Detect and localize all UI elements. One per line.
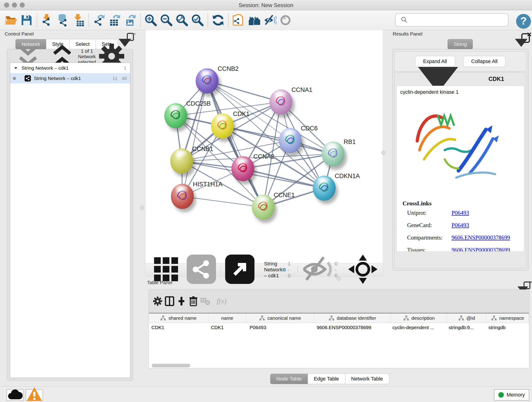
network-label: String Network – cdk1 — [34, 76, 81, 81]
search-box — [395, 13, 508, 27]
open-session-button[interactable] — [4, 13, 18, 27]
network-canvas[interactable]: CCNB2 CCNA1 CDC25B CDK1 CDC6 RB1CCNB1 — [145, 30, 383, 264]
network-node-hist1h1a[interactable] — [171, 184, 194, 209]
network-list: String Network – cdk1 1 String Network –… — [10, 63, 130, 378]
table-panel-close-icon[interactable] — [529, 280, 532, 284]
table-tabs: Node TableEdge TableNetwork Table — [270, 374, 389, 384]
selected-nodes-checkbox-icon[interactable] — [283, 266, 286, 274]
selected-count: 1 - 0 — [288, 261, 292, 279]
network-node-rb1[interactable] — [322, 141, 345, 167]
search-input[interactable] — [406, 15, 508, 25]
table-cell[interactable]: cyclin-dependent ... — [390, 323, 446, 332]
edge-HIST1H1A-CCNE1[interactable] — [182, 196, 263, 207]
cdk1-section-content: cyclin-dependent kinase 1 — [396, 86, 524, 252]
edge-CCNB2-CCNE1[interactable] — [207, 81, 263, 207]
import-network-from-database-button[interactable] — [56, 13, 70, 27]
network-node-ccna1[interactable] — [269, 89, 292, 115]
network-node-ccnb1[interactable] — [170, 148, 193, 174]
control-panel-close-icon[interactable] — [134, 32, 136, 36]
cdk1-section: CDK1 cyclin-dependent kinase 1 — [394, 72, 526, 268]
import-network-from-file-button[interactable] — [41, 13, 54, 27]
toolbar-separator — [208, 13, 208, 27]
column-header-database-identifier[interactable]: database identifier — [314, 313, 391, 323]
column-header-name[interactable]: name — [209, 313, 247, 323]
import-table-from-file-button[interactable] — [72, 13, 85, 27]
network-node-cdk1[interactable] — [211, 114, 234, 139]
column-header-shared-name[interactable]: shared name — [149, 313, 209, 323]
network-node-cdc6[interactable] — [279, 128, 302, 153]
node-label-ccnb1: CCNB1 — [192, 146, 213, 153]
table-row[interactable]: CDK1CDK1P064939606.ENSP00000378699cyclin… — [149, 323, 529, 332]
zoom-fit-button[interactable] — [175, 13, 189, 27]
export-network-button[interactable] — [92, 13, 106, 27]
table-cell[interactable]: CDK1 — [208, 323, 247, 332]
network-node-cdkn1a[interactable] — [313, 176, 336, 201]
hidden-count: 0 - 0 — [335, 261, 339, 279]
network-node-ccna2[interactable] — [231, 156, 254, 181]
show-all-button[interactable] — [279, 13, 292, 27]
network-row[interactable]: String Network – cdk1 11 48 — [10, 73, 130, 83]
table-cell[interactable]: stringdb:9... — [446, 323, 486, 332]
network-tab-body: 1 of 1 Network selected String Network –… — [7, 49, 133, 380]
warnings-button[interactable] — [26, 389, 43, 401]
first-neighbors-button[interactable] — [248, 13, 261, 27]
string-network-icon — [24, 75, 31, 82]
new-network-from-selection-button[interactable] — [232, 13, 245, 27]
table-cell[interactable]: CDK1 — [149, 323, 208, 332]
left-splitter-handle[interactable] — [140, 206, 144, 210]
help-button[interactable]: ? — [515, 13, 532, 31]
save-session-button[interactable] — [20, 13, 33, 27]
column-header-canonical-name[interactable]: canonical name — [246, 313, 314, 323]
column-header-namespace[interactable]: namespace — [486, 313, 529, 323]
network-node-ccne1[interactable] — [252, 195, 275, 220]
node-label-ccna2: CCNA2 — [253, 153, 274, 160]
right-splitter-handle[interactable] — [381, 151, 385, 155]
cdk1-section-header[interactable]: CDK1 — [394, 72, 526, 85]
zoom-out-button[interactable] — [160, 13, 173, 27]
zoom-selected-button[interactable] — [191, 13, 204, 27]
hide-selected-button[interactable] — [263, 13, 277, 27]
add-column-icon[interactable] — [176, 295, 187, 307]
crosslink-link[interactable]: 9606.ENSP00000378699 — [452, 235, 510, 241]
network-node-ccnb2[interactable] — [196, 68, 219, 94]
toolbar-separator — [140, 13, 141, 27]
network-node-cdc25b[interactable] — [164, 103, 187, 128]
tab-network-table[interactable]: Network Table — [345, 374, 389, 384]
crosslink-link[interactable]: P06493 — [452, 222, 469, 229]
delete-column-icon[interactable] — [188, 295, 199, 307]
network-selector-bar: 1 of 1 Network selected — [9, 51, 130, 62]
column-header-description[interactable]: description — [391, 313, 447, 323]
table-cell[interactable]: 9606.ENSP00000378699 — [314, 323, 390, 332]
network-collection-row[interactable]: String Network – cdk1 1 — [10, 63, 130, 73]
status-bar: Memory — [0, 386, 532, 402]
column-header-id[interactable]: @id — [447, 313, 486, 323]
results-panel-close-icon[interactable] — [526, 32, 532, 38]
memory-button[interactable]: Memory — [494, 389, 529, 401]
crosslink-link[interactable]: 9606.ENSP00000378699 — [452, 247, 510, 252]
cloud-button[interactable] — [6, 389, 24, 401]
node-attribute-icon — [329, 315, 335, 321]
tab-node-table[interactable]: Node Table — [270, 374, 308, 384]
refresh-button[interactable] — [211, 13, 225, 27]
zoom-in-button[interactable] — [144, 13, 157, 27]
export-table-button[interactable] — [108, 13, 121, 27]
collection-expand-icon[interactable] — [13, 65, 18, 70]
table-hscrollbar-thumb[interactable] — [152, 364, 190, 367]
crosslinks-list: Uniprot:P06493GeneCard:P06493Compartment… — [397, 210, 524, 252]
window-title: Session: New Session — [0, 2, 532, 8]
collection-label: String Network – cdk1 — [22, 65, 69, 71]
edge-CCNB2-HIST1H1A[interactable] — [182, 81, 207, 196]
table-cell[interactable]: stringdb — [486, 323, 529, 332]
show-columns-icon[interactable] — [164, 295, 175, 307]
netbar-separator — [298, 265, 298, 274]
table-options-gear-icon[interactable] — [152, 295, 163, 307]
node-attribute-icon — [259, 315, 265, 321]
export-image-button[interactable] — [123, 13, 137, 27]
table-cell[interactable]: P06493 — [247, 323, 314, 332]
toolbar-separator — [37, 13, 37, 27]
protein-description: cyclin-dependent kinase 1 — [400, 89, 458, 95]
tab-edge-table[interactable]: Edge Table — [308, 374, 345, 384]
node-table-body: CDK1CDK1P064939606.ENSP00000378699cyclin… — [149, 323, 529, 332]
crosslink-row: Compartments:9606.ENSP00000378699 — [397, 235, 524, 247]
crosslink-link[interactable]: P06493 — [452, 210, 469, 216]
